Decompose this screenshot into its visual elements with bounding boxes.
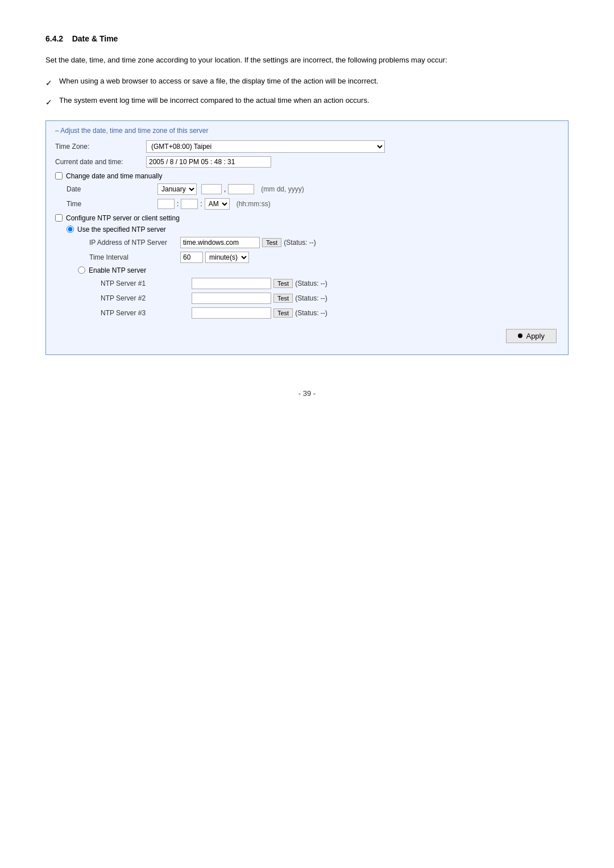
date-year-input[interactable] [228, 184, 254, 194]
ntp-status-1: (Status: --) [284, 239, 316, 247]
ntp-server2-status: (Status: --) [295, 294, 327, 302]
change-datetime-label: Change date and time manually [66, 172, 162, 180]
interval-value-input[interactable] [180, 252, 203, 263]
time-colon1: : [177, 200, 179, 208]
date-comma: , [224, 185, 226, 193]
timezone-row: Time Zone: (GMT+08:00) Taipei [55, 140, 559, 153]
section-title: 6.4.2 Date & Time [45, 34, 569, 43]
date-subsection: Date January , (mm dd, yyyy) Time : [67, 183, 559, 210]
ntp-server2-label: NTP Server #2 [101, 294, 192, 302]
date-label: Date [67, 185, 157, 193]
configure-ntp-checkbox[interactable] [55, 214, 63, 222]
test-button-4[interactable]: Test [273, 308, 293, 318]
checkmark-icon: ✓ [45, 96, 52, 108]
ntp-ip-input[interactable] [180, 237, 260, 248]
timezone-select[interactable]: (GMT+08:00) Taipei [146, 140, 385, 153]
time-row: Time : : AM PM (hh:mm:ss) [67, 198, 559, 210]
ntp-server3-label: NTP Server #3 [101, 309, 192, 317]
ntp-server1-input[interactable] [192, 278, 271, 289]
section-heading: Date & Time [72, 34, 118, 43]
ampm-select[interactable]: AM PM [205, 198, 230, 210]
ntp-subsection: Use the specified NTP server IP Address … [67, 226, 559, 319]
apply-button[interactable]: Apply [506, 329, 557, 343]
apply-dot-icon [518, 333, 522, 338]
ntp-server3-status: (Status: --) [295, 309, 327, 317]
ntp-server1-label: NTP Server #1 [101, 279, 192, 287]
configure-ntp-label: Configure NTP server or client setting [66, 214, 180, 222]
ntp-server2-input[interactable] [192, 293, 271, 304]
time-label: Time [67, 200, 157, 208]
ntp-server1-status: (Status: --) [295, 279, 327, 287]
enable-ntp-row: Enable NTP server [78, 266, 559, 274]
settings-panel: – Adjust the date, time and time zone of… [45, 120, 569, 355]
enable-ntp-radio[interactable] [78, 266, 85, 274]
change-datetime-checkbox[interactable] [55, 172, 63, 180]
time-interval-label: Time Interval [89, 253, 180, 261]
page: 6.4.2 Date & Time Set the date, time, an… [0, 0, 614, 432]
bullet-list: ✓ When using a web browser to access or … [45, 76, 569, 109]
ntp-ip-row: IP Address of NTP Server Test (Status: -… [89, 237, 559, 248]
configure-ntp-checkbox-row: Configure NTP server or client setting [55, 214, 559, 222]
test-button-3[interactable]: Test [273, 294, 293, 303]
ntp-server1-row: NTP Server #1 Test (Status: --) [101, 278, 559, 289]
ntp-server3-row: NTP Server #3 Test (Status: --) [101, 307, 559, 319]
interval-unit-select[interactable]: minute(s) [205, 252, 249, 263]
use-specified-ntp-radio[interactable] [67, 226, 74, 233]
time-inputs: : : AM PM (hh:mm:ss) [157, 198, 271, 210]
ntp-server3-input[interactable] [192, 307, 271, 319]
time-min-input[interactable] [181, 199, 198, 209]
current-datetime-label: Current date and time: [55, 158, 146, 166]
date-day-input[interactable] [201, 184, 222, 194]
apply-row: Apply [55, 329, 559, 343]
intro-paragraph: Set the date, time, and time zone accord… [45, 55, 569, 66]
date-row: Date January , (mm dd, yyyy) [67, 183, 559, 195]
page-number: - 39 - [298, 389, 316, 398]
current-datetime-row: Current date and time: [55, 156, 559, 168]
panel-header: – Adjust the date, time and time zone of… [55, 127, 559, 135]
date-hint: (mm dd, yyyy) [261, 185, 304, 193]
interval-inputs: minute(s) [180, 252, 249, 263]
bullet-text-2: The system event log time will be incorr… [59, 95, 370, 107]
time-colon2: : [200, 200, 202, 208]
use-specified-ntp-label: Use the specified NTP server [77, 226, 166, 233]
apply-button-label: Apply [526, 332, 545, 340]
section-number: 6.4.2 [45, 34, 63, 43]
change-datetime-checkbox-row: Change date and time manually [55, 172, 559, 180]
date-inputs: January , (mm dd, yyyy) [157, 183, 304, 195]
list-item: ✓ The system event log time will be inco… [45, 95, 569, 108]
current-datetime-value[interactable] [146, 156, 271, 168]
test-button-2[interactable]: Test [273, 279, 293, 288]
timezone-dropdown-wrapper[interactable]: (GMT+08:00) Taipei [146, 140, 385, 153]
time-interval-row: Time Interval minute(s) [89, 252, 559, 263]
ntp-ip-label: IP Address of NTP Server [89, 239, 180, 247]
timezone-label: Time Zone: [55, 143, 146, 151]
enable-ntp-label: Enable NTP server [89, 266, 146, 274]
ntp-server2-row: NTP Server #2 Test (Status: --) [101, 293, 559, 304]
time-hint: (hh:mm:ss) [237, 200, 271, 208]
time-hour-input[interactable] [157, 199, 175, 209]
bullet-text-1: When using a web browser to access or sa… [59, 76, 378, 87]
test-button-1[interactable]: Test [262, 238, 281, 247]
use-specified-ntp-row: Use the specified NTP server [67, 226, 559, 233]
month-select[interactable]: January [157, 183, 197, 195]
checkmark-icon: ✓ [45, 77, 52, 89]
list-item: ✓ When using a web browser to access or … [45, 76, 569, 89]
page-footer: - 39 - [45, 389, 569, 398]
